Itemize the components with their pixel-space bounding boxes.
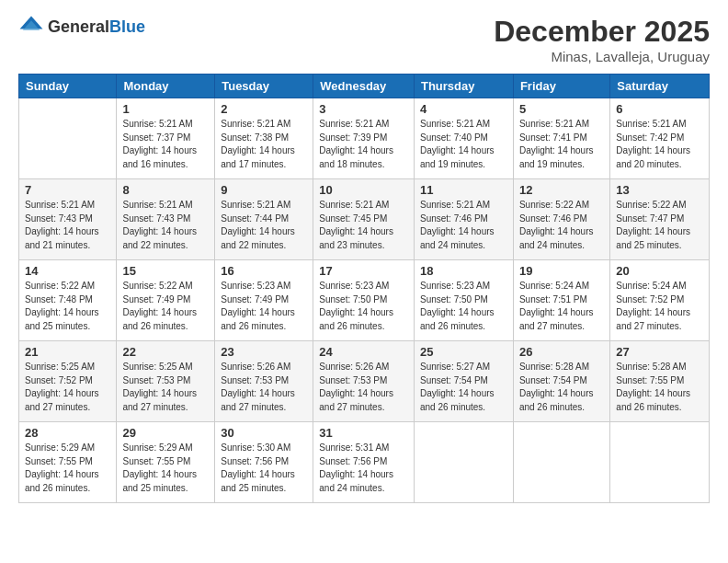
cell-info: Sunrise: 5:21 AMSunset: 7:45 PMDaylight:… [319, 199, 408, 252]
cell-info: Sunrise: 5:21 AMSunset: 7:40 PMDaylight:… [420, 118, 507, 171]
cell-info: Sunrise: 5:29 AMSunset: 7:55 PMDaylight:… [25, 442, 110, 495]
day-number: 21 [25, 345, 110, 359]
day-number: 15 [122, 264, 209, 278]
calendar-week-4: 21Sunrise: 5:25 AMSunset: 7:52 PMDayligh… [19, 341, 710, 422]
calendar-cell: 30Sunrise: 5:30 AMSunset: 7:56 PMDayligh… [215, 422, 313, 503]
calendar-week-5: 28Sunrise: 5:29 AMSunset: 7:55 PMDayligh… [19, 422, 710, 503]
day-number: 11 [420, 183, 507, 197]
cell-info: Sunrise: 5:21 AMSunset: 7:43 PMDaylight:… [122, 199, 209, 252]
calendar-cell: 26Sunrise: 5:28 AMSunset: 7:54 PMDayligh… [513, 341, 609, 422]
logo: GeneralBlue [18, 15, 145, 40]
day-number: 14 [25, 264, 110, 278]
calendar-cell [414, 422, 513, 503]
page: GeneralBlue December 2025 Minas, Lavalle… [0, 0, 728, 563]
calendar-cell: 10Sunrise: 5:21 AMSunset: 7:45 PMDayligh… [313, 179, 415, 260]
calendar-cell: 18Sunrise: 5:23 AMSunset: 7:50 PMDayligh… [414, 260, 513, 341]
calendar-cell: 29Sunrise: 5:29 AMSunset: 7:55 PMDayligh… [117, 422, 215, 503]
calendar-cell [610, 422, 710, 503]
day-number: 12 [519, 183, 604, 197]
cell-info: Sunrise: 5:23 AMSunset: 7:50 PMDaylight:… [319, 280, 408, 333]
calendar-cell: 28Sunrise: 5:29 AMSunset: 7:55 PMDayligh… [19, 422, 117, 503]
calendar-cell: 16Sunrise: 5:23 AMSunset: 7:49 PMDayligh… [215, 260, 313, 341]
cell-info: Sunrise: 5:24 AMSunset: 7:51 PMDaylight:… [519, 280, 604, 333]
calendar-header-row: SundayMondayTuesdayWednesdayThursdayFrid… [19, 75, 710, 98]
cell-info: Sunrise: 5:25 AMSunset: 7:52 PMDaylight:… [25, 361, 110, 414]
day-number: 10 [319, 183, 408, 197]
cell-info: Sunrise: 5:21 AMSunset: 7:44 PMDaylight:… [221, 199, 307, 252]
cell-info: Sunrise: 5:21 AMSunset: 7:42 PMDaylight:… [616, 118, 703, 171]
calendar-cell [19, 98, 117, 179]
calendar-cell: 17Sunrise: 5:23 AMSunset: 7:50 PMDayligh… [313, 260, 415, 341]
cell-info: Sunrise: 5:31 AMSunset: 7:56 PMDaylight:… [319, 442, 408, 495]
day-number: 26 [519, 345, 604, 359]
calendar-cell: 21Sunrise: 5:25 AMSunset: 7:52 PMDayligh… [19, 341, 117, 422]
calendar-cell: 15Sunrise: 5:22 AMSunset: 7:49 PMDayligh… [117, 260, 215, 341]
day-number: 19 [519, 264, 604, 278]
calendar-cell: 19Sunrise: 5:24 AMSunset: 7:51 PMDayligh… [513, 260, 609, 341]
calendar-cell: 12Sunrise: 5:22 AMSunset: 7:46 PMDayligh… [513, 179, 609, 260]
cell-info: Sunrise: 5:29 AMSunset: 7:55 PMDaylight:… [122, 442, 209, 495]
day-number: 13 [616, 183, 703, 197]
day-number: 23 [221, 345, 307, 359]
calendar-cell: 9Sunrise: 5:21 AMSunset: 7:44 PMDaylight… [215, 179, 313, 260]
col-header-monday: Monday [117, 75, 215, 98]
day-number: 20 [616, 264, 703, 278]
calendar-cell: 24Sunrise: 5:26 AMSunset: 7:53 PMDayligh… [313, 341, 415, 422]
calendar-week-1: 1Sunrise: 5:21 AMSunset: 7:37 PMDaylight… [19, 98, 710, 179]
cell-info: Sunrise: 5:22 AMSunset: 7:47 PMDaylight:… [616, 199, 703, 252]
cell-info: Sunrise: 5:21 AMSunset: 7:38 PMDaylight:… [221, 118, 307, 171]
calendar-week-2: 7Sunrise: 5:21 AMSunset: 7:43 PMDaylight… [19, 179, 710, 260]
day-number: 24 [319, 345, 408, 359]
day-number: 6 [616, 102, 703, 116]
calendar-cell [513, 422, 609, 503]
logo-general: General [48, 17, 109, 36]
day-number: 16 [221, 264, 307, 278]
header: GeneralBlue December 2025 Minas, Lavalle… [18, 15, 710, 64]
cell-info: Sunrise: 5:22 AMSunset: 7:46 PMDaylight:… [519, 199, 604, 252]
cell-info: Sunrise: 5:26 AMSunset: 7:53 PMDaylight:… [221, 361, 307, 414]
cell-info: Sunrise: 5:23 AMSunset: 7:49 PMDaylight:… [221, 280, 307, 333]
cell-info: Sunrise: 5:21 AMSunset: 7:43 PMDaylight:… [25, 199, 110, 252]
calendar-cell: 27Sunrise: 5:28 AMSunset: 7:55 PMDayligh… [610, 341, 710, 422]
day-number: 2 [221, 102, 307, 116]
calendar-week-3: 14Sunrise: 5:22 AMSunset: 7:48 PMDayligh… [19, 260, 710, 341]
col-header-friday: Friday [513, 75, 609, 98]
logo-icon [18, 15, 44, 40]
calendar-table: SundayMondayTuesdayWednesdayThursdayFrid… [18, 74, 710, 503]
day-number: 1 [122, 102, 209, 116]
cell-info: Sunrise: 5:21 AMSunset: 7:37 PMDaylight:… [122, 118, 209, 171]
calendar-cell: 5Sunrise: 5:21 AMSunset: 7:41 PMDaylight… [513, 98, 609, 179]
calendar-cell: 31Sunrise: 5:31 AMSunset: 7:56 PMDayligh… [313, 422, 415, 503]
col-header-sunday: Sunday [19, 75, 117, 98]
day-number: 18 [420, 264, 507, 278]
cell-info: Sunrise: 5:23 AMSunset: 7:50 PMDaylight:… [420, 280, 507, 333]
cell-info: Sunrise: 5:27 AMSunset: 7:54 PMDaylight:… [420, 361, 507, 414]
cell-info: Sunrise: 5:24 AMSunset: 7:52 PMDaylight:… [616, 280, 703, 333]
calendar-cell: 3Sunrise: 5:21 AMSunset: 7:39 PMDaylight… [313, 98, 415, 179]
col-header-thursday: Thursday [414, 75, 513, 98]
day-number: 25 [420, 345, 507, 359]
calendar-cell: 1Sunrise: 5:21 AMSunset: 7:37 PMDaylight… [117, 98, 215, 179]
cell-info: Sunrise: 5:26 AMSunset: 7:53 PMDaylight:… [319, 361, 408, 414]
day-number: 17 [319, 264, 408, 278]
day-number: 3 [319, 102, 408, 116]
calendar-cell: 22Sunrise: 5:25 AMSunset: 7:53 PMDayligh… [117, 341, 215, 422]
cell-info: Sunrise: 5:30 AMSunset: 7:56 PMDaylight:… [221, 442, 307, 495]
col-header-wednesday: Wednesday [313, 75, 415, 98]
calendar-cell: 11Sunrise: 5:21 AMSunset: 7:46 PMDayligh… [414, 179, 513, 260]
cell-info: Sunrise: 5:21 AMSunset: 7:39 PMDaylight:… [319, 118, 408, 171]
location: Minas, Lavalleja, Uruguay [494, 49, 710, 64]
calendar-cell: 13Sunrise: 5:22 AMSunset: 7:47 PMDayligh… [610, 179, 710, 260]
calendar-cell: 2Sunrise: 5:21 AMSunset: 7:38 PMDaylight… [215, 98, 313, 179]
cell-info: Sunrise: 5:22 AMSunset: 7:49 PMDaylight:… [122, 280, 209, 333]
cell-info: Sunrise: 5:22 AMSunset: 7:48 PMDaylight:… [25, 280, 110, 333]
day-number: 28 [25, 426, 110, 440]
day-number: 4 [420, 102, 507, 116]
col-header-saturday: Saturday [610, 75, 710, 98]
calendar-cell: 8Sunrise: 5:21 AMSunset: 7:43 PMDaylight… [117, 179, 215, 260]
cell-info: Sunrise: 5:21 AMSunset: 7:41 PMDaylight:… [519, 118, 604, 171]
calendar-cell: 6Sunrise: 5:21 AMSunset: 7:42 PMDaylight… [610, 98, 710, 179]
cell-info: Sunrise: 5:28 AMSunset: 7:55 PMDaylight:… [616, 361, 703, 414]
logo-text: GeneralBlue [48, 18, 145, 37]
calendar-cell: 7Sunrise: 5:21 AMSunset: 7:43 PMDaylight… [19, 179, 117, 260]
